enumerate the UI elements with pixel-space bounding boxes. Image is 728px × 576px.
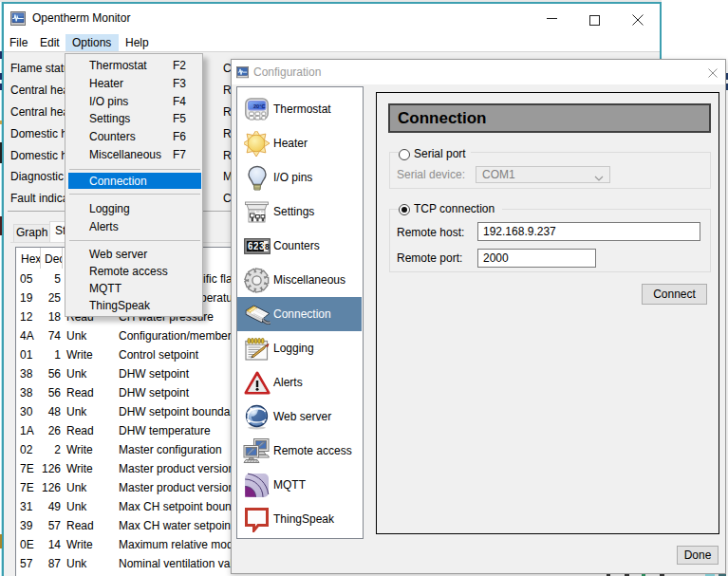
svg-text:8: 8 bbox=[264, 241, 269, 251]
svg-text:20°C: 20°C bbox=[253, 103, 266, 109]
